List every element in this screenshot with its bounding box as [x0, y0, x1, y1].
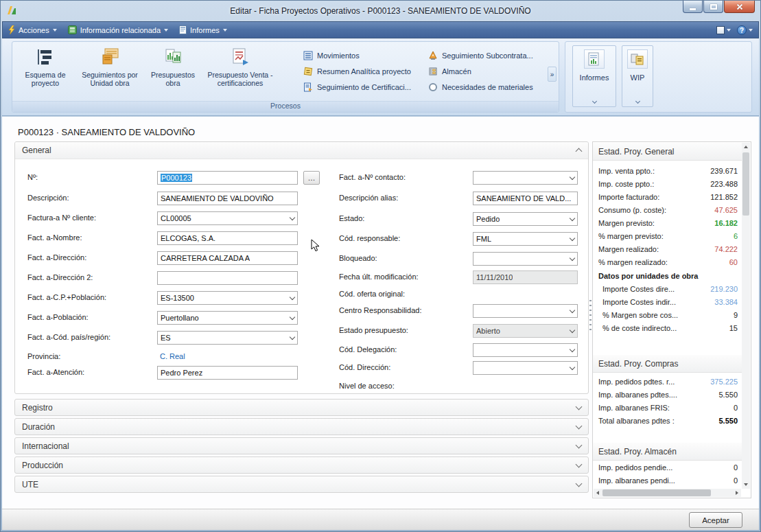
- scroll-down-arrow[interactable]: [742, 481, 750, 489]
- tab-ute[interactable]: UTE: [14, 476, 589, 493]
- scroll-left-arrow[interactable]: [594, 489, 602, 497]
- estado-presupuesto-field[interactable]: Abierto: [473, 324, 578, 338]
- scrollbar-thumb[interactable]: [742, 152, 749, 216]
- bloqueado-field[interactable]: [473, 252, 578, 266]
- stat-label: Importe facturado:: [598, 193, 659, 201]
- tab-internacional[interactable]: Internacional: [14, 437, 589, 454]
- seguimiento-de-certificaciones-button[interactable]: Seguimiento de Certificaci...: [303, 80, 411, 94]
- combo-arrow-icon[interactable]: [570, 347, 575, 352]
- stat-value: 0: [734, 404, 738, 412]
- cod-responsable-field[interactable]: FML: [473, 232, 578, 246]
- ribbon-group-procesos: Esquema de proyecto Seguimientos por Uni…: [12, 41, 559, 113]
- fasttab-title: Duración: [22, 422, 55, 432]
- scrollbar-thumb[interactable]: [602, 489, 711, 496]
- close-button[interactable]: [724, 1, 755, 13]
- combo-arrow-icon[interactable]: [570, 327, 575, 333]
- stat-value: 9: [734, 311, 738, 319]
- necesidades-de-materiales-button[interactable]: Necesidades de materiales: [428, 80, 533, 94]
- almacen-button[interactable]: Almacén: [428, 65, 471, 78]
- stat-label: % de coste indirecto...: [602, 324, 677, 332]
- combo-arrow-icon[interactable]: [570, 216, 575, 221]
- field-row: Fecha últ. modificación: 11/11/2010: [15, 270, 588, 286]
- field-label: Nivel de acceso:: [339, 382, 395, 390]
- estado-field[interactable]: Pedido: [473, 212, 578, 226]
- presupuestos-obra-button[interactable]: Presupuestos obra: [147, 44, 199, 102]
- stat-value-link[interactable]: 33.384: [714, 298, 738, 306]
- stat-label: Imp. pedidos pendie...: [598, 463, 672, 472]
- tab-duracion[interactable]: Duración: [14, 418, 589, 435]
- movimientos-button[interactable]: Movimientos: [303, 49, 360, 62]
- field-label: Cód. oferta original:: [339, 290, 405, 298]
- field-row: Estado presupuesto: Abierto: [15, 324, 588, 339]
- field-label: Centro Responsabilidad:: [339, 306, 421, 314]
- combo-arrow-icon[interactable]: [570, 255, 575, 261]
- horizontal-scrollbar[interactable]: [594, 489, 741, 497]
- combo-arrow-icon[interactable]: [570, 308, 575, 313]
- stat-subheader: Datos por unidades de obra: [598, 272, 738, 284]
- descripcion-alias-field[interactable]: SANEAMIENTO DE VALD...: [473, 192, 578, 205]
- field-row: Cód. Delegación:: [15, 343, 588, 358]
- ribbon-overflow-button[interactable]: »: [548, 67, 557, 82]
- stats-section-header[interactable]: Estad. Proy. General: [593, 143, 742, 161]
- combo-arrow-icon[interactable]: [570, 365, 575, 370]
- stat-label: Imp. coste ppto.:: [598, 180, 654, 188]
- wip-tile-button[interactable]: WIP: [622, 45, 653, 107]
- stat-label: Consumo (p. coste):: [598, 206, 666, 214]
- stat-row: Importe Costes indir...33.384: [598, 298, 738, 310]
- field-label: Estado presupuesto:: [339, 326, 408, 334]
- stat-value-link[interactable]: 219.230: [710, 285, 738, 293]
- stats-section-header[interactable]: Estad. Proy. Compras: [593, 355, 742, 373]
- tab-produccion[interactable]: Producción: [14, 456, 589, 474]
- vertical-scrollbar[interactable]: [742, 143, 750, 489]
- informes-tile-button[interactable]: Informes: [572, 45, 616, 107]
- esquema-de-proyecto-button[interactable]: Esquema de proyecto: [18, 44, 73, 102]
- fact-a-no-contacto-field[interactable]: [473, 171, 578, 185]
- stat-label: % Margen sobre cos...: [602, 311, 678, 319]
- stat-row: Total albaranes pdtes :5.550: [598, 417, 738, 429]
- stat-row: Importe facturado:121.852: [598, 193, 738, 205]
- lightning-icon: [8, 25, 15, 34]
- stat-label: Imp. albaranes pdtes....: [598, 391, 677, 399]
- reports-tile-icon: [584, 49, 605, 69]
- resumen-analitica-proyecto-button[interactable]: Resumen Analítica proyecto: [303, 65, 411, 78]
- scroll-up-arrow[interactable]: [742, 143, 750, 151]
- stat-label: Margen previsto:: [598, 219, 655, 227]
- maximize-button[interactable]: [703, 1, 723, 13]
- seguimiento-subcontratacion-button[interactable]: Seguimiento Subcontrata...: [428, 49, 533, 62]
- combo-arrow-icon[interactable]: [570, 174, 575, 180]
- cod-delegacion-field[interactable]: [473, 343, 578, 357]
- stat-value: 121.852: [710, 193, 738, 201]
- minimize-button[interactable]: [683, 1, 703, 13]
- field-row: Fact. a-Nº contacto:: [15, 171, 588, 186]
- menu-informes[interactable]: Informes: [179, 25, 227, 34]
- wip-tile-icon: [627, 49, 648, 69]
- combo-arrow-icon[interactable]: [570, 235, 575, 241]
- ribbon-button-label: Movimientos: [317, 51, 360, 60]
- splitter-grip[interactable]: [589, 300, 592, 332]
- field-row: Bloqueado:: [15, 252, 588, 267]
- field-label: Cód. Dirección:: [339, 363, 390, 371]
- stat-row: Imp. albaranes pdtes....5.550: [598, 391, 738, 403]
- stat-label: Imp. albaranes pendi...: [598, 476, 675, 485]
- general-fasttab-header[interactable]: General: [15, 142, 588, 159]
- stat-value-link[interactable]: 375.225: [710, 378, 738, 386]
- menu-acciones[interactable]: Acciones: [8, 25, 57, 34]
- presupuesto-venta-certificaciones-button[interactable]: Presupuesto Venta - certificaciones: [202, 44, 279, 102]
- reports-icon: [179, 25, 187, 34]
- stat-value: 223.488: [710, 180, 738, 188]
- help-button[interactable]: ?: [737, 25, 753, 35]
- stat-value: 47.625: [714, 206, 738, 214]
- layout-selector-button[interactable]: [716, 26, 731, 34]
- seguimientos-por-unidad-obra-button[interactable]: Seguimientos por Unidad obra: [77, 44, 143, 102]
- aceptar-button[interactable]: Aceptar: [689, 512, 742, 528]
- field-label: Cód. responsable:: [339, 234, 400, 242]
- stats-factbox: Estad. Proy. General Imp. venta ppto.:23…: [592, 141, 751, 498]
- centro-responsabilidad-field[interactable]: [473, 304, 578, 318]
- stats-section-header[interactable]: Estad. Proy. Almacén: [593, 443, 742, 461]
- scroll-right-arrow[interactable]: [733, 489, 741, 497]
- tab-registro[interactable]: Registro: [14, 399, 589, 416]
- cod-direccion-field[interactable]: [473, 361, 578, 375]
- menu-informacion-relacionada[interactable]: Información relacionada: [68, 25, 168, 34]
- stat-label: % margen realizado:: [598, 258, 668, 266]
- menu-label: Acciones: [19, 26, 49, 34]
